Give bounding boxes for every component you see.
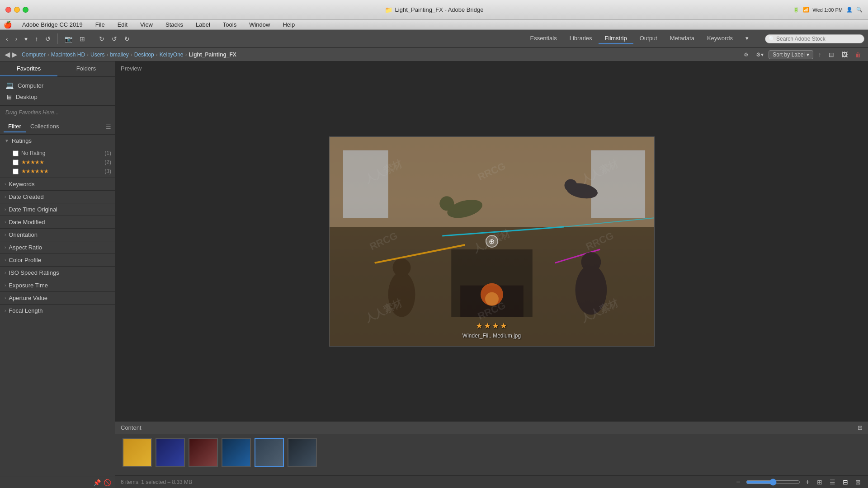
panel-tabs: Favorites Folders (0, 61, 115, 77)
breadcrumb-sep-4: › (131, 52, 132, 58)
menu-file[interactable]: File (93, 20, 108, 29)
fav-computer[interactable]: 💻 Computer (0, 80, 115, 91)
menu-edit[interactable]: Edit (115, 20, 130, 29)
apple-logo[interactable]: 🍎 (4, 21, 12, 29)
tab-libraries[interactable]: Libraries (563, 33, 599, 44)
nav-forward-button[interactable]: › (13, 34, 20, 44)
tab-filter[interactable]: Filter (4, 121, 26, 132)
tab-metadata[interactable]: Metadata (664, 33, 701, 44)
go-up-button[interactable]: ↑ (33, 34, 40, 44)
window-title: 📁 Light_Painting_FX - Adobe Bridge (385, 6, 484, 14)
thumbnail-5[interactable] (255, 438, 284, 467)
delete-button[interactable]: 🗑 (853, 50, 863, 60)
breadcrumb-bmalley[interactable]: bmalley (110, 52, 128, 58)
search-stock-input[interactable] (765, 34, 864, 43)
filter-date-modified-header[interactable]: › Date Modified (0, 216, 115, 228)
sort-dropdown[interactable]: Sort by Label ▾ (769, 50, 813, 59)
datetime-original-chevron-icon: › (5, 207, 6, 212)
clear-filter-icon[interactable]: 🚫 (104, 479, 111, 486)
filter-datetime-original-header[interactable]: › Date Time Original (0, 203, 115, 216)
filter-orientation-header[interactable]: › Orientation (0, 229, 115, 241)
thumbnail-2[interactable] (156, 438, 185, 467)
breadcrumb-controls: ⚙ ⚙▾ Sort by Label ▾ ↑ ⊟ 🖼 🗑 (741, 50, 863, 60)
view-detail-button[interactable]: ⊠ (854, 478, 863, 487)
tab-filmstrip[interactable]: Filmstrip (599, 33, 633, 44)
view-filmstrip-button[interactable]: ⊟ (841, 478, 850, 487)
refresh-button[interactable]: ↻ (97, 34, 107, 44)
4stars-count: (2) (104, 159, 111, 165)
zoom-slider[interactable] (746, 479, 800, 486)
tab-output[interactable]: Output (633, 33, 664, 44)
no-rating-label: No Rating (21, 150, 45, 156)
filter-toggle[interactable]: ⚙ (741, 50, 751, 59)
thumbnail-options[interactable]: 🖼 (839, 50, 850, 60)
menu-tools[interactable]: Tools (220, 20, 239, 29)
4stars-checkbox[interactable] (13, 160, 19, 165)
no-rating-checkbox[interactable] (13, 150, 19, 156)
thumbnail-1[interactable] (123, 438, 152, 467)
tab-favorites[interactable]: Favorites (0, 61, 57, 76)
status-right-controls: − + ⊞ ☰ ⊟ ⊠ (734, 478, 863, 487)
menu-window[interactable]: Window (246, 20, 273, 29)
breadcrumb-users[interactable]: Users (90, 52, 104, 58)
keywords-chevron-icon: › (5, 182, 6, 187)
menu-stacks[interactable]: Stacks (163, 20, 186, 29)
breadcrumb-sep-6: › (185, 52, 187, 58)
view-grid-button[interactable]: ⊞ (815, 478, 824, 487)
menu-view[interactable]: View (137, 20, 156, 29)
redo-button[interactable]: ↻ (122, 34, 132, 44)
filter-keywords-header[interactable]: › Keywords (0, 178, 115, 190)
filter-options[interactable]: ⚙▾ (754, 50, 766, 59)
rotate-left-button[interactable]: ↺ (43, 34, 53, 44)
breadcrumb-desktop[interactable]: Desktop (134, 52, 154, 58)
sort-direction-button[interactable]: ↑ (816, 50, 824, 60)
menu-app[interactable]: Adobe Bridge CC 2019 (19, 20, 85, 29)
zoom-in-button[interactable]: + (804, 478, 811, 486)
filter-menu-icon[interactable]: ☰ (106, 123, 111, 130)
filter-date-created-header[interactable]: › Date Created (0, 191, 115, 203)
filter-color-profile-header[interactable]: › Color Profile (0, 254, 115, 266)
lock-panel-icon[interactable]: 📌 (93, 479, 101, 486)
thumbnail-4[interactable] (222, 438, 251, 467)
nav-history-button[interactable]: ▾ (22, 34, 30, 44)
filter-color-profile-label: Color Profile (9, 257, 41, 263)
workspace-switch-button[interactable]: ⊞ (77, 34, 87, 44)
menu-label[interactable]: Label (193, 20, 213, 29)
filter-aspect-ratio-header[interactable]: › Aspect Ratio (0, 241, 115, 253)
panel-collapse-icon[interactable]: ▶ (12, 50, 17, 59)
breadcrumb-computer[interactable]: Computer (22, 52, 46, 58)
camera-raw-button[interactable]: 📷 (62, 34, 75, 44)
search-icon[interactable]: 🔍 (856, 7, 863, 13)
minimize-button[interactable] (14, 7, 20, 13)
filter-focal-length-header[interactable]: › Focal Length (0, 305, 115, 317)
view-list-button[interactable]: ☰ (828, 478, 837, 487)
filter-iso-header[interactable]: › ISO Speed Ratings (0, 267, 115, 279)
filter-exposure-header[interactable]: › Exposure Time (0, 279, 115, 291)
preview-image-area[interactable]: 人人素材 RRCG 人人素材 RRCG 人人素材 RRCG 人人素材 RRCG … (329, 136, 655, 347)
nav-back-button[interactable]: ‹ (4, 34, 10, 44)
breadcrumb-macintosh[interactable]: Macintosh HD (51, 52, 85, 58)
maximize-button[interactable] (23, 7, 28, 13)
zoom-out-button[interactable]: − (734, 478, 742, 486)
tab-essentials[interactable]: Essentials (524, 33, 563, 44)
drag-hint: Drag Favorites Here... (0, 106, 115, 119)
fav-desktop[interactable]: 🖥 Desktop (0, 91, 115, 103)
menu-help[interactable]: Help (280, 20, 297, 29)
5stars-checkbox[interactable] (13, 169, 19, 174)
filter-ratings-header[interactable]: ▼ Ratings (0, 135, 115, 147)
main-area: Favorites Folders 💻 Computer 🖥 Desktop D… (0, 61, 868, 488)
breadcrumb-kelbyone[interactable]: KelbyOne (160, 52, 184, 58)
undo-button[interactable]: ↺ (109, 34, 119, 44)
filter-aperture-header[interactable]: › Aperture Value (0, 292, 115, 304)
tab-keywords[interactable]: Keywords (701, 33, 739, 44)
thumbnail-3[interactable] (189, 438, 218, 467)
thumbnail-6[interactable] (288, 438, 317, 467)
grid-view-button[interactable]: ⊟ (826, 50, 836, 60)
image-filename: Winder_Fli...Medium.jpg (462, 333, 521, 339)
filter-ratings-label: Ratings (12, 137, 32, 144)
tab-more[interactable]: ▾ (739, 33, 755, 44)
content-grid-icon[interactable]: ⊞ (858, 424, 863, 431)
tab-collections[interactable]: Collections (26, 121, 64, 132)
sidebar-toggle-icon[interactable]: ◀ (5, 50, 10, 59)
tab-folders[interactable]: Folders (57, 61, 115, 76)
